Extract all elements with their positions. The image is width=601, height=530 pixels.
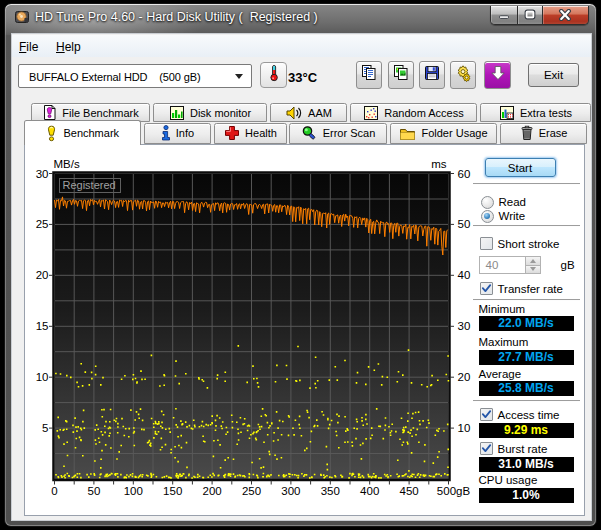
access-time-label[interactable]: Access time [498,409,560,421]
minimum-value: 22.0 MB/s [479,316,574,331]
x-axis-tick-label: 500gB [437,485,471,497]
drive-select[interactable]: BUFFALO External HDD (500 gB) [18,64,252,88]
x-axis-tick-label: 50 [88,485,101,497]
separator [473,400,580,402]
access-time-value: 9.29 ms [479,423,574,438]
save-button[interactable] [419,61,445,89]
x-axis-tick-label: 350 [321,485,340,497]
capacity-input[interactable]: 40 [479,256,541,274]
maximize-button[interactable] [517,6,542,24]
step-up-button[interactable] [525,257,540,266]
short-stroke-label[interactable]: Short stroke [498,238,560,250]
disk-monitor-icon [169,105,185,121]
menu-bar: File Help [12,35,591,57]
copy-text-icon [360,64,378,86]
tab-label: Error Scan [323,127,376,139]
tab-benchmark[interactable]: Benchmark [24,120,142,145]
y-axis-tick-label: 20 [458,371,471,383]
capacity-stepper[interactable] [525,257,540,273]
window-controls [490,6,589,25]
info-icon [161,125,171,141]
capture-button[interactable] [484,61,511,89]
y-axis-tick-label: 40 [458,269,471,281]
maximum-label: Maximum [479,336,529,348]
separator [473,225,580,227]
x-axis-tick-label: 200 [203,485,222,497]
copy-text-button[interactable] [356,61,382,89]
screen: HD Tune Pro 4.60 - Hard Disk Utility ( R… [0,0,601,530]
x-axis-tick-label: 400 [360,485,379,497]
capacity-value: 40 [486,259,499,271]
start-button[interactable]: Start [485,158,556,177]
erase-icon [520,125,534,141]
tab-random-access[interactable]: Random Access [350,103,477,122]
y-axis-unit-right: ms [431,158,447,170]
benchmark-chart: MB/sms3025201510560504030201005010015020… [31,157,484,499]
transfer-rate-label[interactable]: Transfer rate [498,283,563,295]
write-label[interactable]: Write [499,210,526,222]
read-radio[interactable] [481,196,494,209]
error-scan-icon [301,125,318,141]
gears-icon [454,64,472,86]
read-label[interactable]: Read [499,196,527,208]
burst-rate-label[interactable]: Burst rate [498,443,548,455]
y-axis-tick-label: 30 [36,168,49,180]
tab-erase[interactable]: Erase [500,123,587,144]
y-axis-tick-label: 60 [458,168,471,180]
chevron-down-icon[interactable] [235,74,243,79]
menu-file[interactable]: File [19,40,38,54]
copy-image-icon [392,64,410,86]
maximum-value: 27.7 MB/s [479,350,574,365]
write-radio[interactable] [481,210,494,223]
tab-label: Benchmark [63,127,119,139]
down-arrow-icon [490,65,506,85]
app-icon [14,9,30,25]
y-axis-tick-label: 20 [36,269,49,281]
minimum-label: Minimum [479,303,526,315]
x-axis-tick-label: 450 [400,485,419,497]
tab-label: Erase [539,127,568,139]
y-axis-tick-label: 10 [36,371,49,383]
options-button[interactable] [450,61,476,89]
speaker-icon [285,105,303,121]
tab-error-scan[interactable]: Error Scan [289,123,387,144]
tab-label: Random Access [384,107,463,119]
client-area: File Help BUFFALO External HDD (500 gB) … [12,34,591,520]
y-axis-tick-label: 30 [458,320,471,332]
tab-health[interactable]: Health [214,123,287,144]
save-icon [423,64,441,86]
random-access-icon [363,105,379,121]
tab-extra-tests[interactable]: Extra tests [480,103,591,122]
titlebar[interactable]: HD Tune Pro 4.60 - Hard Disk Utility ( R… [5,4,596,35]
transfer-rate-checkbox[interactable] [480,282,493,295]
window-title: HD Tune Pro 4.60 - Hard Disk Utility ( R… [35,10,318,24]
tab-aam[interactable]: AAM [270,103,347,122]
tab-label: Info [176,127,194,139]
tab-label: Health [245,127,277,139]
tab-info[interactable]: Info [144,123,211,144]
copy-image-button[interactable] [388,61,414,89]
separator [473,299,580,301]
burst-rate-checkbox[interactable] [480,442,493,455]
menu-help[interactable]: Help [56,40,81,54]
short-stroke-checkbox[interactable] [480,237,493,250]
tab-disk-monitor[interactable]: Disk monitor [153,103,267,122]
x-axis-tick-label: 300 [281,485,300,497]
tab-label: AAM [308,107,332,119]
average-value: 25.8 MB/s [479,381,574,396]
folder-icon [399,126,416,141]
close-button[interactable] [542,6,588,24]
benchmark-icon [45,125,58,142]
y-axis-tick-label: 5 [42,422,48,434]
separator [473,183,580,185]
drive-select-value: BUFFALO External HDD (500 gB) [29,71,201,83]
minimize-button[interactable] [491,6,517,24]
x-axis-tick-label: 250 [242,485,261,497]
step-down-button[interactable] [525,266,540,274]
y-axis-tick-label: 10 [458,422,471,434]
temperature-button[interactable] [260,62,287,88]
benchmark-panel: MB/sms3025201510560504030201005010015020… [24,144,585,516]
access-time-checkbox[interactable] [480,408,493,421]
tab-folder-usage[interactable]: Folder Usage [390,123,497,144]
exit-button[interactable]: Exit [528,63,579,87]
